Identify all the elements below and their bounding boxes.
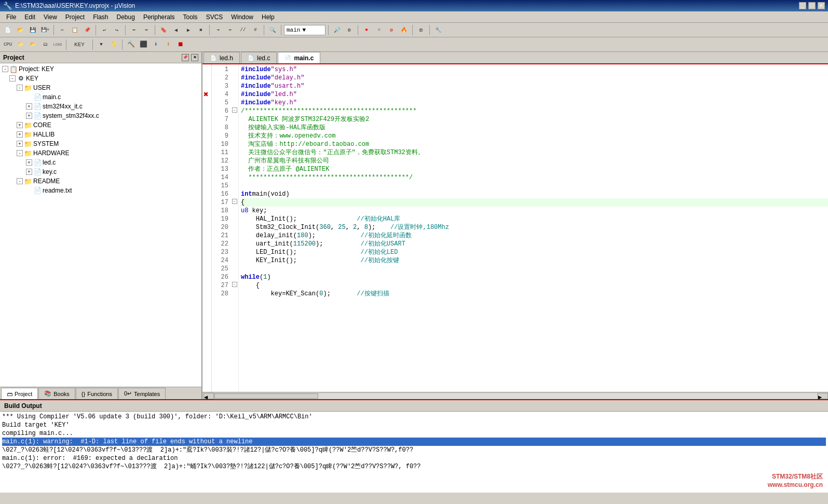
expander-led-c[interactable]: +	[26, 159, 32, 166]
tree-item-project-key[interactable]: - 📋 Project: KEY	[0, 64, 201, 74]
editor-tab-main-c[interactable]: 📄 main.c	[278, 52, 320, 63]
indent-button[interactable]: ⇥	[212, 24, 224, 36]
editor-tab-led-h[interactable]: 📄 led.h	[203, 52, 240, 63]
open-button[interactable]: 📂	[15, 24, 26, 36]
new-file-button[interactable]: 📄	[2, 24, 13, 36]
expander-core[interactable]: +	[17, 122, 23, 128]
maximize-button[interactable]: □	[808, 2, 816, 9]
expander-readme[interactable]: -	[17, 178, 23, 184]
code-scrollbar[interactable]: ◀ ▶	[202, 392, 828, 399]
tree-item-core[interactable]: + 📁 CORE	[0, 120, 201, 130]
tree-item-system[interactable]: + 📁 SYSTEM	[0, 139, 201, 148]
magic-wand-button[interactable]: ✨	[108, 39, 119, 50]
uncomment-button[interactable]: #	[250, 24, 261, 36]
menu-item-file[interactable]: File	[2, 12, 20, 22]
build-button[interactable]: 🔨	[125, 39, 137, 50]
tree-item-hallib[interactable]: + 📁 HALLIB	[0, 130, 201, 139]
nav-back-button[interactable]: ⬅	[128, 24, 140, 36]
menu-item-tools[interactable]: Tools	[179, 12, 202, 22]
minimize-button[interactable]: _	[799, 2, 806, 9]
expander-stm32-it[interactable]: +	[26, 103, 32, 110]
download2-button[interactable]: ⬆	[162, 39, 174, 50]
tab-functions[interactable]: {} Functions	[76, 388, 118, 399]
tab-books[interactable]: 📚 Books	[38, 388, 75, 399]
menu-item-peripherals[interactable]: Peripherals	[139, 12, 179, 22]
build-output-text[interactable]: *** Using Compiler 'V5.06 update 3 (buil…	[0, 412, 828, 493]
proj-config-button[interactable]: 🗂	[39, 39, 51, 50]
debug-icon[interactable]: 🔍	[267, 24, 278, 36]
expander-user[interactable]: -	[17, 85, 23, 91]
prev-bookmark-button[interactable]: ◀	[170, 24, 182, 36]
pin-button[interactable]: 📌	[182, 54, 189, 61]
tree-item-stm32-it[interactable]: + 📄 stm32f4xx_it.c	[0, 102, 201, 111]
tree-item-readme-txt[interactable]: 📄 readme.txt	[0, 186, 201, 195]
expander-hardware[interactable]: -	[17, 150, 23, 156]
next-bookmark-button[interactable]: ▶	[183, 24, 194, 36]
fold-button-17[interactable]: -	[232, 199, 237, 204]
paste-button[interactable]: 📌	[82, 24, 93, 36]
undo-button[interactable]: ↩	[99, 24, 110, 36]
code-content[interactable]: #include "sys.h" #include "delay.h" #inc…	[239, 64, 828, 392]
close-panel-button[interactable]: ✕	[191, 54, 198, 61]
tree-item-system-stm32[interactable]: + 📄 system_stm32f4xx.c	[0, 111, 201, 120]
menu-item-view[interactable]: View	[39, 12, 61, 22]
settings-button[interactable]: ⚙	[344, 24, 355, 36]
debug-run-button[interactable]: 🔥	[398, 24, 410, 36]
tab-templates[interactable]: 0↵ Templates	[118, 388, 166, 399]
copy-button[interactable]: 📋	[69, 24, 80, 36]
scroll-left-btn[interactable]: ◀	[203, 393, 214, 399]
scroll-right-btn[interactable]: ▶	[818, 393, 828, 399]
menu-item-project[interactable]: Project	[61, 12, 89, 22]
tree-item-hardware[interactable]: - 📁 HARDWARE	[0, 148, 201, 158]
cpu-button[interactable]: CPU	[2, 39, 13, 50]
nav-fwd-button[interactable]: ➡	[141, 24, 152, 36]
expander-hallib[interactable]: +	[17, 131, 23, 138]
cut-button[interactable]: ✂	[57, 24, 68, 36]
tree-item-main-c[interactable]: 📄 main.c	[0, 92, 201, 102]
wrench-button[interactable]: 🔧	[432, 24, 444, 36]
new-proj-button[interactable]: 📁	[15, 39, 26, 50]
run-button[interactable]: ●	[361, 24, 372, 36]
scroll-track[interactable]	[214, 393, 818, 399]
redo-button[interactable]: ↪	[111, 24, 123, 36]
menu-item-flash[interactable]: Flash	[89, 12, 112, 22]
target-sel-dropdown[interactable]: ▼	[96, 39, 107, 50]
menu-item-edit[interactable]: Edit	[20, 12, 39, 22]
tab-project[interactable]: 🗃 Project	[1, 388, 38, 399]
menu-item-help[interactable]: Help	[257, 12, 279, 22]
tree-item-readme[interactable]: - 📁 README	[0, 176, 201, 186]
menu-item-debug[interactable]: Debug	[113, 12, 139, 22]
menu-item-svcs[interactable]: SVCS	[202, 12, 227, 22]
open-proj-button[interactable]: 📂	[27, 39, 38, 50]
unindent-button[interactable]: ⇤	[225, 24, 236, 36]
menu-item-window[interactable]: Window	[227, 12, 257, 22]
save-all-button[interactable]: 💾+	[39, 24, 51, 36]
bookmark-button[interactable]: 🔖	[158, 24, 169, 36]
load-button[interactable]: LOAD	[52, 39, 63, 50]
save-button[interactable]: 💾	[27, 24, 38, 36]
target-dropdown[interactable]: main ▼	[284, 25, 325, 35]
stop-button[interactable]: ⊘	[386, 24, 397, 36]
tree-item-key-c[interactable]: + 📄 key.c	[0, 167, 201, 176]
expander-system[interactable]: +	[17, 141, 23, 147]
circle-button[interactable]: ○	[373, 24, 385, 36]
editor-tab-led-c[interactable]: 📄 led.c	[241, 52, 277, 63]
expander-key-c[interactable]: +	[26, 169, 32, 175]
fold-button-6[interactable]: -	[232, 107, 237, 113]
close-button[interactable]: ✕	[818, 2, 825, 9]
tree-item-key[interactable]: - ⚙ KEY	[0, 74, 201, 83]
expander-system-stm32[interactable]: +	[26, 113, 32, 119]
rebuild-button[interactable]: ⬛	[138, 39, 149, 50]
clear-bookmark-button[interactable]: ✖	[195, 24, 207, 36]
download-button[interactable]: ⬇	[150, 39, 161, 50]
stop-build-button[interactable]: ⏹	[175, 39, 186, 50]
expander-key[interactable]: -	[9, 75, 16, 81]
view-button[interactable]: ⊞	[415, 24, 427, 36]
expander-project-key[interactable]: -	[2, 66, 8, 72]
comment-button[interactable]: //	[237, 24, 249, 36]
tree-item-user[interactable]: - 📁 USER	[0, 83, 201, 92]
tree-item-led-c[interactable]: + 📄 led.c	[0, 158, 201, 167]
find-in-files-button[interactable]: 🔎	[331, 24, 343, 36]
fold-button-27[interactable]: -	[232, 282, 237, 287]
scroll-thumb[interactable]	[214, 393, 318, 399]
